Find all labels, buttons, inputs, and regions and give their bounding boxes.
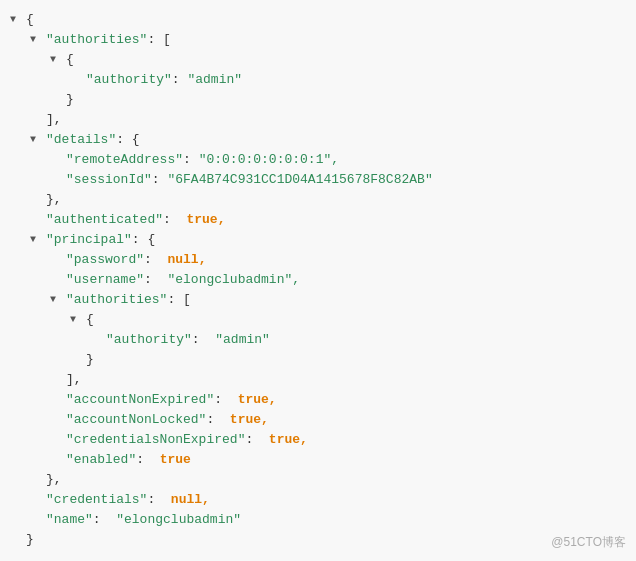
json-token: : [: [147, 30, 170, 50]
json-token: :: [172, 70, 188, 90]
json-line: ▼ "authorities": [: [10, 30, 636, 50]
json-line: "authority": "admin": [10, 330, 636, 350]
json-token: :: [144, 270, 167, 290]
json-token: :: [163, 210, 186, 230]
expand-arrow: [90, 330, 106, 350]
json-line: ▼ {: [10, 310, 636, 330]
json-token: "credentialsNonExpired": [66, 430, 245, 450]
json-line: ],: [10, 370, 636, 390]
json-token: true,: [230, 410, 269, 430]
json-line: "password": null,: [10, 250, 636, 270]
json-token: ],: [66, 370, 82, 390]
expand-arrow: [30, 470, 46, 490]
expand-arrow: [30, 490, 46, 510]
json-token: "accountNonLocked": [66, 410, 206, 430]
json-token: :: [192, 330, 215, 350]
expand-arrow: [30, 110, 46, 130]
json-token: "remoteAddress": [66, 150, 183, 170]
expand-arrow: [50, 430, 66, 450]
json-token: "authority": [86, 70, 172, 90]
json-line: "enabled": true: [10, 450, 636, 470]
json-token: true,: [269, 430, 308, 450]
json-token: "authenticated": [46, 210, 163, 230]
json-token: "sessionId": [66, 170, 152, 190]
json-line: "credentialsNonExpired": true,: [10, 430, 636, 450]
json-token: "elongclubadmin",: [167, 270, 300, 290]
json-token: true: [160, 450, 191, 470]
json-line: "username": "elongclubadmin",: [10, 270, 636, 290]
expand-arrow: [30, 190, 46, 210]
json-token: :: [144, 250, 167, 270]
json-token: "details": [46, 130, 116, 150]
expand-arrow[interactable]: ▼: [30, 30, 46, 50]
expand-arrow[interactable]: ▼: [30, 130, 46, 150]
json-line: ▼ {: [10, 50, 636, 70]
json-token: "admin": [187, 70, 242, 90]
expand-arrow: [50, 90, 66, 110]
json-token: ],: [46, 110, 62, 130]
json-token: "password": [66, 250, 144, 270]
json-token: },: [46, 470, 62, 490]
expand-arrow: [50, 370, 66, 390]
expand-arrow: [70, 70, 86, 90]
expand-arrow: [50, 390, 66, 410]
json-token: "0:0:0:0:0:0:0:1",: [199, 150, 339, 170]
json-token: true,: [186, 210, 225, 230]
expand-arrow[interactable]: ▼: [70, 310, 86, 330]
json-token: :: [152, 170, 168, 190]
json-token: :: [245, 430, 268, 450]
json-token: },: [46, 190, 62, 210]
expand-arrow: [10, 530, 26, 550]
json-token: "authorities": [66, 290, 167, 310]
json-line: ▼ "principal": {: [10, 230, 636, 250]
json-token: "authority": [106, 330, 192, 350]
expand-arrow[interactable]: ▼: [30, 230, 46, 250]
watermark: @51CTO博客: [551, 534, 626, 551]
expand-arrow[interactable]: ▼: [50, 50, 66, 70]
json-token: :: [206, 410, 229, 430]
json-line: "name": "elongclubadmin": [10, 510, 636, 530]
expand-arrow: [50, 170, 66, 190]
json-token: :: [183, 150, 199, 170]
json-line: }: [10, 530, 636, 550]
json-token: }: [86, 350, 94, 370]
json-token: null,: [167, 250, 206, 270]
json-content: ▼ {▼ "authorities": [▼ { "authority": "a…: [10, 10, 636, 550]
json-token: "username": [66, 270, 144, 290]
json-viewer: ▼ {▼ "authorities": [▼ { "authority": "a…: [0, 0, 636, 561]
json-token: "admin": [215, 330, 270, 350]
json-line: "remoteAddress": "0:0:0:0:0:0:0:1",: [10, 150, 636, 170]
json-line: "accountNonLocked": true,: [10, 410, 636, 430]
json-token: }: [66, 90, 74, 110]
json-token: :: [136, 450, 159, 470]
expand-arrow: [30, 210, 46, 230]
json-line: "accountNonExpired": true,: [10, 390, 636, 410]
json-token: : {: [132, 230, 155, 250]
json-token: "enabled": [66, 450, 136, 470]
json-token: "principal": [46, 230, 132, 250]
json-line: }: [10, 90, 636, 110]
expand-arrow[interactable]: ▼: [10, 10, 26, 30]
json-token: {: [66, 50, 74, 70]
json-token: null,: [171, 490, 210, 510]
json-token: "6FA4B74C931CC1D04A1415678F8C82AB": [167, 170, 432, 190]
json-token: "credentials": [46, 490, 147, 510]
json-token: }: [26, 530, 34, 550]
json-token: : [: [167, 290, 190, 310]
json-token: :: [214, 390, 237, 410]
json-line: "sessionId": "6FA4B74C931CC1D04A1415678F…: [10, 170, 636, 190]
json-token: :: [93, 510, 116, 530]
json-token: {: [86, 310, 94, 330]
json-token: true,: [238, 390, 277, 410]
json-line: "credentials": null,: [10, 490, 636, 510]
expand-arrow: [50, 450, 66, 470]
json-line: ▼ {: [10, 10, 636, 30]
expand-arrow: [70, 350, 86, 370]
json-line: ▼ "authorities": [: [10, 290, 636, 310]
json-token: : {: [116, 130, 139, 150]
json-token: "elongclubadmin": [116, 510, 241, 530]
json-line: ▼ "details": {: [10, 130, 636, 150]
json-line: "authenticated": true,: [10, 210, 636, 230]
expand-arrow[interactable]: ▼: [50, 290, 66, 310]
json-line: },: [10, 470, 636, 490]
